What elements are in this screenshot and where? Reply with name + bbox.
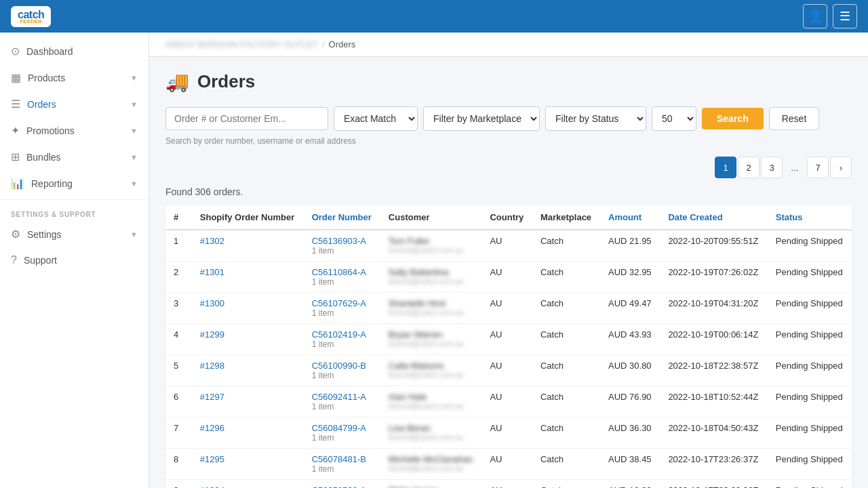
- user-icon-button[interactable]: 👤: [803, 4, 827, 28]
- row-order: C56100990-B 1 item: [304, 355, 380, 386]
- sidebar-item-label: Settings: [27, 229, 62, 240]
- row-status: Pending Shipped: [768, 386, 852, 418]
- table-row: 2 #1301 C56110864-A 1 item Sally Ballant…: [165, 262, 852, 293]
- row-amount: AUD 36.30: [600, 418, 660, 449]
- orders-title-icon: 🚚: [165, 70, 189, 93]
- row-num: 2: [165, 262, 192, 293]
- shopify-order-link[interactable]: #1297: [200, 392, 224, 402]
- customer-name: Calla Maisons: [389, 361, 474, 371]
- search-button[interactable]: Search: [702, 108, 764, 129]
- status-filter-select[interactable]: Filter by Status Pending Shipped: [545, 106, 646, 131]
- row-status: Pending Shipped: [768, 449, 852, 480]
- row-status: Pending Shipped: [768, 480, 852, 489]
- sidebar: ⊙ Dashboard ▦ Products ▼ ☰ Orders ▼: [0, 33, 149, 488]
- item-count: 1 item: [312, 402, 372, 411]
- row-date: 2022-10-19T07:26:02Z: [660, 262, 767, 293]
- page-btn-3[interactable]: 3: [761, 157, 783, 178]
- row-customer: Shantelle Hirst blurred@catch.com.au: [380, 293, 482, 324]
- col-status[interactable]: Status: [768, 205, 852, 230]
- order-number-link[interactable]: C56102419-A: [312, 329, 366, 340]
- row-status: Pending Shipped: [768, 324, 852, 355]
- customer-name: Lisa Beran: [389, 423, 474, 433]
- breadcrumb-store[interactable]: GREAT BARGAIN FACTORY OUTLET: [165, 39, 318, 49]
- order-number-link[interactable]: C56084799-A: [312, 423, 366, 433]
- row-country: AU: [481, 418, 532, 449]
- order-number-link[interactable]: C56100990-B: [312, 361, 366, 371]
- sidebar-item-settings[interactable]: ⚙ Settings ▼: [0, 221, 149, 247]
- sidebar-item-dashboard[interactable]: ⊙ Dashboard: [0, 38, 149, 64]
- shopify-order-link[interactable]: #1294: [200, 485, 224, 488]
- customer-email: blurred@catch.com.au: [389, 464, 474, 472]
- page-title-row: 🚚 Orders: [165, 70, 852, 93]
- order-number-link[interactable]: C56078481-B: [312, 454, 366, 464]
- row-marketplace: Catch: [532, 293, 600, 324]
- order-number-link[interactable]: C56136903-A: [312, 236, 366, 246]
- shopify-order-link[interactable]: #1302: [200, 236, 224, 246]
- table-row: 5 #1298 C56100990-B 1 item Calla Maisons…: [165, 355, 852, 386]
- order-number-link[interactable]: C56092411-A: [312, 392, 366, 402]
- row-amount: AUD 32.95: [600, 262, 660, 293]
- col-num: #: [165, 205, 192, 230]
- sidebar-item-reporting[interactable]: 📊 Reporting ▼: [0, 170, 149, 197]
- page-next-button[interactable]: ›: [830, 157, 852, 178]
- row-num: 3: [165, 293, 192, 324]
- customer-name: Philip Young: [389, 485, 474, 488]
- row-status: Pending Shipped: [768, 355, 852, 386]
- order-number-link[interactable]: C56107629-A: [312, 298, 366, 308]
- orders-table: # Shopify Order Number Order Number Cust…: [165, 205, 852, 488]
- page-btn-7[interactable]: 7: [807, 157, 829, 178]
- page-btn-2[interactable]: 2: [738, 157, 760, 178]
- chevron-down-icon: ▼: [130, 127, 138, 135]
- sidebar-item-bundles[interactable]: ⊞ Bundles ▼: [0, 144, 149, 170]
- sidebar-item-support[interactable]: ? Support: [0, 247, 149, 273]
- sidebar-item-label: Orders: [27, 99, 56, 110]
- col-date-created[interactable]: Date Created: [660, 205, 767, 230]
- shopify-order-link[interactable]: #1299: [200, 329, 224, 340]
- shopify-order-link[interactable]: #1296: [200, 423, 224, 433]
- breadcrumb: GREAT BARGAIN FACTORY OUTLET / Orders: [149, 33, 868, 57]
- sidebar-item-label: Dashboard: [26, 46, 73, 57]
- col-order-number[interactable]: Order Number: [304, 205, 380, 230]
- reset-button[interactable]: Reset: [769, 107, 820, 130]
- customer-email: blurred@catch.com.au: [389, 308, 474, 317]
- found-count: Found 306 orders.: [165, 186, 852, 197]
- sidebar-item-orders[interactable]: ☰ Orders ▼: [0, 91, 149, 117]
- item-count: 1 item: [312, 371, 372, 380]
- shopify-order-link[interactable]: #1295: [200, 454, 224, 464]
- sidebar-item-label: Products: [28, 73, 65, 83]
- page-title: Orders: [197, 71, 255, 92]
- shopify-order-link[interactable]: #1301: [200, 267, 224, 277]
- menu-icon-button[interactable]: ☰: [833, 4, 857, 28]
- per-page-select[interactable]: 10 25 50 100: [652, 106, 696, 131]
- row-amount: AUD 43.93: [600, 324, 660, 355]
- customer-email: blurred@catch.com.au: [389, 433, 474, 441]
- customer-email: blurred@catch.com.au: [389, 277, 474, 285]
- promotions-icon: ✦: [11, 124, 20, 137]
- row-num: 5: [165, 355, 192, 386]
- sidebar-item-label: Reporting: [31, 178, 73, 189]
- item-count: 1 item: [312, 246, 372, 256]
- row-marketplace: Catch: [532, 262, 600, 293]
- sidebar-item-promotions[interactable]: ✦ Promotions ▼: [0, 117, 149, 144]
- row-date: 2022-10-17T23:26:37Z: [660, 449, 767, 480]
- row-country: AU: [481, 262, 532, 293]
- shopify-order-link[interactable]: #1298: [200, 361, 224, 371]
- sidebar-item-label: Promotions: [26, 125, 75, 136]
- search-input[interactable]: [165, 107, 328, 130]
- sidebar-item-products[interactable]: ▦ Products ▼: [0, 64, 149, 91]
- match-type-select[interactable]: Exact Match Partial Match: [334, 106, 418, 131]
- marketplace-filter-select[interactable]: Filter by Marketplace Catch: [423, 106, 540, 131]
- col-amount[interactable]: Amount: [600, 205, 660, 230]
- item-count: 1 item: [312, 277, 372, 287]
- col-marketplace: Marketplace: [532, 205, 600, 230]
- logo[interactable]: catch FEEDER: [11, 6, 51, 27]
- order-number-link[interactable]: C56059520-A: [312, 485, 366, 488]
- row-order: C56136903-A 1 item: [304, 230, 380, 262]
- order-number-link[interactable]: C56110864-A: [312, 267, 366, 277]
- shopify-order-link[interactable]: #1300: [200, 298, 224, 308]
- table-row: 3 #1300 C56107629-A 1 item Shantelle Hir…: [165, 293, 852, 324]
- page-btn-1[interactable]: 1: [715, 157, 736, 178]
- table-row: 7 #1296 C56084799-A 1 item Lisa Beran bl…: [165, 418, 852, 449]
- row-status: Pending Shipped: [768, 262, 852, 293]
- table-row: 4 #1299 C56102419-A 1 item Bryan Warren …: [165, 324, 852, 355]
